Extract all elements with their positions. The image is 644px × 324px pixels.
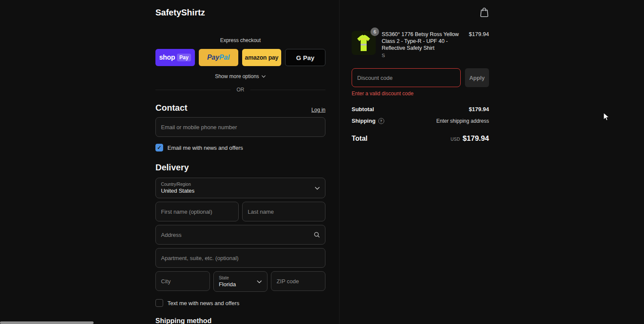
search-icon <box>313 231 320 238</box>
chevron-down-icon <box>257 280 262 283</box>
shop-pay-button[interactable]: shop Pay <box>155 49 195 66</box>
horizontal-scrollbar-thumb[interactable] <box>0 321 94 324</box>
email-news-row[interactable]: ✓ Email me with news and offers <box>155 144 325 151</box>
subtotal-value: $179.94 <box>469 106 489 112</box>
order-summary: 6 SS360° 1776 Betsy Ross Yellow Class 2 … <box>352 7 489 143</box>
divider-line <box>155 90 231 90</box>
total-amount-group: USD $179.94 <box>451 134 489 143</box>
show-more-options-label: Show more options <box>215 73 259 79</box>
city-field[interactable] <box>155 271 210 291</box>
total-value: $179.94 <box>463 134 489 143</box>
state-select[interactable]: State Florida <box>213 271 268 292</box>
divider-line <box>250 90 325 90</box>
country-select[interactable]: Country/Region United States <box>155 178 325 198</box>
show-more-options-link[interactable]: Show more options <box>155 73 325 79</box>
shipping-method-heading: Shipping method <box>155 317 325 324</box>
discount-row: Apply <box>352 68 489 87</box>
info-icon[interactable]: ? <box>378 118 384 124</box>
paypal-button[interactable]: PayPal <box>199 49 238 66</box>
login-link[interactable]: Log in <box>311 107 325 113</box>
product-thumbnail: 6 <box>352 31 376 55</box>
zip-field[interactable] <box>271 271 325 291</box>
express-checkout-label: Express checkout <box>155 37 325 43</box>
total-label: Total <box>352 135 368 142</box>
delivery-heading: Delivery <box>155 163 325 173</box>
quantity-badge: 6 <box>371 27 379 36</box>
product-title: SS360° 1776 Betsy Ross Yellow Class 2 - … <box>382 31 459 51</box>
last-name-field[interactable] <box>242 202 325 221</box>
text-news-checkbox[interactable] <box>155 299 163 307</box>
country-select-value: United States <box>161 188 194 194</box>
google-pay-label: G Pay <box>296 54 315 61</box>
text-news-label: Text me with news and offers <box>167 300 239 306</box>
total-row: Total USD $179.94 <box>352 134 489 143</box>
chevron-down-icon <box>261 75 266 78</box>
state-select-label: State <box>219 276 236 280</box>
shipping-label-group: Shipping ? <box>352 118 384 124</box>
contact-section-header: Contact Log in <box>155 103 325 113</box>
cart-bag-icon[interactable] <box>480 7 489 17</box>
apply-discount-button[interactable]: Apply <box>465 68 489 87</box>
currency-code: USD <box>451 137 460 142</box>
amazon-pay-button[interactable]: amazon pay <box>242 49 282 66</box>
country-select-label: Country/Region <box>161 182 194 187</box>
google-pay-button[interactable]: G Pay <box>285 49 325 66</box>
cart-line-item: 6 SS360° 1776 Betsy Ross Yellow Class 2 … <box>352 31 489 58</box>
state-select-text: State Florida <box>219 276 236 288</box>
store-logo[interactable]: SafetyShirtz <box>155 8 325 18</box>
checkout-page: SafetyShirtz Express checkout shop Pay P… <box>0 0 644 324</box>
address-field-wrapper <box>155 225 325 245</box>
shop-pay-pay-label: Pay <box>177 54 191 61</box>
discount-code-field[interactable] <box>352 68 461 87</box>
checkout-main: SafetyShirtz Express checkout shop Pay P… <box>0 0 339 324</box>
email-news-checkbox[interactable]: ✓ <box>155 144 163 151</box>
chevron-down-icon <box>315 187 320 190</box>
city-state-zip-row: State Florida <box>155 271 325 292</box>
order-summary-sidebar: 6 SS360° 1776 Betsy Ross Yellow Class 2 … <box>339 0 644 324</box>
or-label: OR <box>237 87 244 93</box>
discount-error-message: Enter a valid discount code <box>352 91 489 97</box>
check-icon: ✓ <box>157 145 161 150</box>
shipping-row: Shipping ? Enter shipping address <box>352 118 489 124</box>
shop-pay-brand-label: shop <box>159 54 175 61</box>
paypal-pal-label: Pal <box>219 54 230 61</box>
checkout-form: SafetyShirtz Express checkout shop Pay P… <box>155 8 325 324</box>
name-fields-row <box>155 202 325 221</box>
product-info: SS360° 1776 Betsy Ross Yellow Class 2 - … <box>382 31 463 58</box>
express-buttons: shop Pay PayPal amazon pay G Pay <box>155 49 325 66</box>
or-divider: OR <box>155 87 325 93</box>
address-field[interactable] <box>155 225 325 245</box>
amazon-pay-label: amazon pay <box>245 54 278 61</box>
subtotal-label: Subtotal <box>352 106 374 112</box>
subtotal-row: Subtotal $179.94 <box>352 106 489 112</box>
apartment-field[interactable] <box>155 248 325 268</box>
product-variant: S <box>382 53 459 58</box>
country-select-text: Country/Region United States <box>161 182 194 194</box>
product-price: $179.94 <box>469 31 489 37</box>
text-news-row[interactable]: Text me with news and offers <box>155 299 325 307</box>
state-select-value: Florida <box>219 281 236 288</box>
email-news-label: Email me with news and offers <box>167 145 243 151</box>
shipping-value: Enter shipping address <box>436 118 489 124</box>
paypal-pay-label: Pay <box>207 54 219 61</box>
cart-icon-row <box>352 7 489 17</box>
email-field[interactable] <box>155 117 325 137</box>
contact-heading: Contact <box>155 103 187 113</box>
shipping-label: Shipping <box>352 118 376 124</box>
first-name-field[interactable] <box>155 202 239 221</box>
